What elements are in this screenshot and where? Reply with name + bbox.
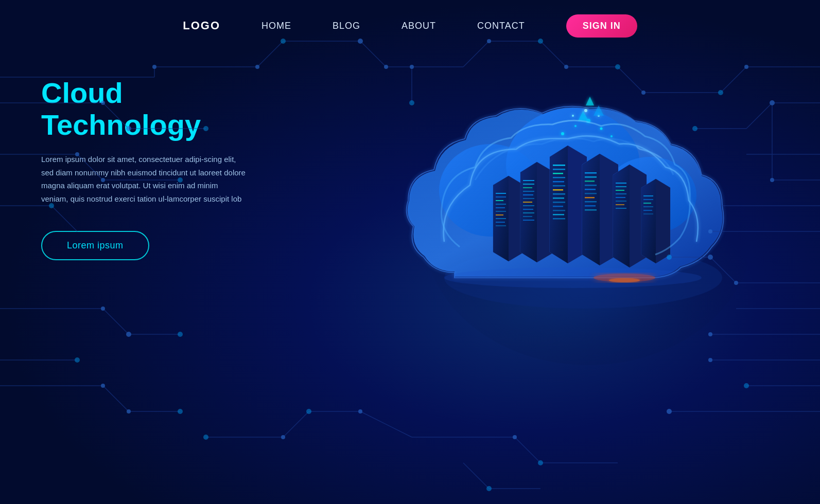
svg-point-85 bbox=[152, 65, 156, 69]
svg-point-64 bbox=[770, 178, 774, 182]
svg-point-80 bbox=[101, 384, 105, 388]
signin-button[interactable]: SIGN IN bbox=[566, 14, 637, 38]
svg-line-48 bbox=[103, 386, 129, 411]
navbar: LOGO HOME BLOG ABOUT CONTACT SIGN IN bbox=[0, 0, 820, 51]
svg-line-6 bbox=[618, 67, 643, 93]
svg-point-101 bbox=[178, 409, 183, 414]
svg-point-82 bbox=[255, 65, 259, 69]
nav-logo[interactable]: LOGO bbox=[183, 19, 220, 32]
svg-point-79 bbox=[126, 332, 131, 337]
svg-point-94 bbox=[486, 486, 492, 491]
svg-point-61 bbox=[641, 91, 645, 95]
svg-line-31 bbox=[360, 411, 412, 437]
svg-line-44 bbox=[103, 309, 129, 334]
svg-point-84 bbox=[384, 65, 388, 69]
svg-point-68 bbox=[708, 332, 712, 336]
svg-point-102 bbox=[75, 357, 80, 363]
svg-point-98 bbox=[178, 177, 183, 183]
svg-line-19 bbox=[710, 257, 736, 283]
svg-point-96 bbox=[203, 435, 208, 440]
svg-point-77 bbox=[101, 178, 105, 182]
svg-point-99 bbox=[203, 126, 208, 131]
svg-point-66 bbox=[708, 255, 713, 260]
svg-point-65 bbox=[708, 229, 712, 233]
svg-line-27 bbox=[515, 437, 540, 463]
svg-point-76 bbox=[75, 152, 79, 156]
svg-point-72 bbox=[358, 409, 362, 413]
svg-line-8 bbox=[721, 67, 746, 93]
circuit-background bbox=[0, 0, 820, 504]
svg-point-58 bbox=[410, 65, 414, 69]
svg-point-70 bbox=[667, 409, 672, 414]
svg-point-67 bbox=[734, 281, 738, 285]
nav-blog[interactable]: BLOG bbox=[333, 21, 360, 31]
svg-point-90 bbox=[692, 126, 697, 131]
svg-line-39 bbox=[77, 154, 103, 180]
nav-home[interactable]: HOME bbox=[261, 21, 291, 31]
svg-point-78 bbox=[101, 307, 105, 311]
svg-point-92 bbox=[744, 383, 749, 388]
svg-line-33 bbox=[283, 411, 309, 437]
svg-point-63 bbox=[770, 100, 775, 105]
svg-point-95 bbox=[306, 409, 311, 414]
svg-point-69 bbox=[708, 358, 712, 362]
svg-point-81 bbox=[127, 409, 131, 413]
svg-point-100 bbox=[178, 332, 183, 337]
svg-point-74 bbox=[101, 101, 105, 105]
svg-line-36 bbox=[103, 103, 129, 129]
svg-point-89 bbox=[718, 90, 723, 95]
svg-line-29 bbox=[463, 463, 489, 489]
svg-point-71 bbox=[513, 435, 517, 439]
nav-about[interactable]: ABOUT bbox=[402, 21, 436, 31]
svg-point-93 bbox=[538, 460, 543, 465]
svg-point-75 bbox=[126, 126, 131, 131]
svg-point-88 bbox=[615, 64, 620, 69]
svg-line-15 bbox=[746, 103, 772, 129]
nav-contact[interactable]: CONTACT bbox=[477, 21, 525, 31]
svg-point-97 bbox=[49, 203, 54, 208]
svg-point-60 bbox=[564, 65, 568, 69]
svg-point-91 bbox=[667, 255, 672, 260]
svg-point-73 bbox=[281, 435, 285, 439]
svg-point-62 bbox=[744, 65, 748, 69]
svg-line-42 bbox=[51, 206, 77, 231]
svg-point-86 bbox=[409, 100, 414, 105]
